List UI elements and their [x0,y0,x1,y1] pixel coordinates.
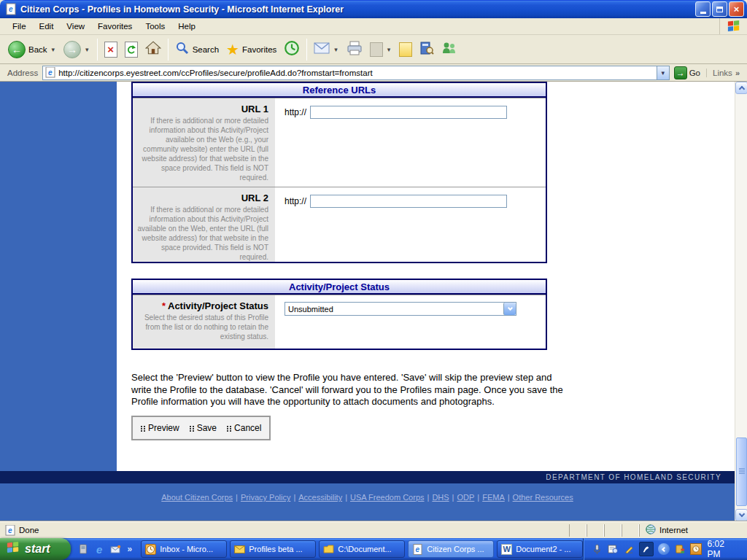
home-button[interactable] [142,38,165,61]
toolbar-separator [306,39,307,61]
history-button[interactable] [280,38,303,61]
forward-button[interactable]: → ▾ [60,38,94,61]
url1-input[interactable] [310,106,507,119]
search-icon [175,41,190,58]
status-pane [622,524,639,537]
favorites-button[interactable]: ★ Favorites [222,38,280,61]
footer-link-usafreedomcorps[interactable]: USA Freedom Corps [350,493,424,502]
address-input[interactable] [58,67,656,79]
footer-link-accessibility[interactable]: Accessibility [298,493,342,502]
footer-link-other[interactable]: Other Resources [513,493,573,502]
clock-icon[interactable] [690,543,702,555]
footer-link-about[interactable]: About Citizen Corps [161,493,233,502]
quicklaunch-device-icon[interactable] [78,544,89,555]
scroll-up-button[interactable] [735,82,747,94]
microphone-icon[interactable] [591,543,603,555]
back-dropdown-icon[interactable]: ▾ [50,46,57,53]
links-chevron-icon[interactable]: » [735,69,740,77]
chevron-down-icon[interactable] [503,303,516,315]
start-button[interactable]: start [0,538,71,560]
menu-favorites[interactable]: Favorites [91,20,139,33]
address-dropdown-icon[interactable]: ▾ [657,66,669,79]
status-select[interactable]: Unsubmitted [285,302,516,316]
window-title: Citizen Corps - Profiles in Hometown Sec… [20,4,695,15]
mail-icon [314,42,330,57]
svg-text:e: e [8,526,12,534]
url2-field-cell: http:// [275,187,546,262]
address-favicon: e [45,67,56,78]
security-zone-pane: Internet [639,524,745,537]
ie-page-icon: e [412,544,423,555]
required-marker: * [162,300,166,311]
scrollbar-thumb[interactable] [736,438,747,506]
back-button[interactable]: ← Back ▾ [4,38,60,61]
restore-button[interactable] [712,1,727,17]
footer-link-odp[interactable]: ODP [457,493,474,502]
task-button-explorer-folder[interactable]: C:\Document... [319,540,405,558]
discuss-button[interactable] [395,38,416,61]
quicklaunch-outlook-express-icon[interactable] [110,544,121,555]
address-bar: Address e ▾ → Go Links » [0,64,747,82]
url1-label-cell: URL 1 If there is additional or more det… [133,98,275,187]
task-button-inbox[interactable]: Inbox - Micro... [141,540,227,558]
vertical-scrollbar[interactable] [735,82,747,521]
menu-view[interactable]: View [60,20,91,33]
save-button[interactable]: Save [190,423,217,433]
messenger-button[interactable] [438,38,461,61]
globe-icon [646,524,656,536]
cancel-button[interactable]: Cancel [227,423,261,433]
edit-dropdown-icon[interactable]: ▾ [386,46,392,53]
quicklaunch-internet-explorer-icon[interactable]: e [94,544,105,555]
task-label: C:\Document... [338,545,391,553]
handwriting-icon[interactable] [623,543,635,555]
footer-link-fema[interactable]: FEMA [482,493,505,502]
tray-collapse-chevron-icon[interactable] [658,543,670,555]
updates-icon[interactable] [674,543,686,555]
menu-help[interactable]: Help [171,20,202,33]
footer-link-dhs[interactable]: DHS [432,493,449,502]
task-button-citizen-corps-active[interactable]: e Citizen Corps ... [408,540,494,558]
svg-text:e: e [48,69,53,77]
menu-tools[interactable]: Tools [139,20,171,33]
close-button[interactable]: × [729,1,744,17]
stop-button[interactable]: × [101,38,121,61]
print-button[interactable] [343,38,366,61]
status-section: Activity/Project Status *Activity/Projec… [131,279,547,350]
go-button[interactable]: → Go [670,66,705,79]
taskbar-clock[interactable]: 6:02 PM [706,539,740,559]
mail-button[interactable]: ▾ [310,38,343,61]
window-controls: × [695,1,744,17]
preview-button[interactable]: Preview [141,423,179,433]
task-button-word-document[interactable]: W Document2 - ... [497,540,583,558]
dots-icon [190,425,195,432]
task-button-profiles-email[interactable]: Profiles beta ... [230,540,316,558]
mail-dropdown-icon[interactable]: ▾ [333,46,339,53]
url1-field-cell: http:// [275,98,546,187]
menu-edit[interactable]: Edit [33,20,61,33]
ink-tool-icon[interactable] [639,542,654,556]
refresh-icon [125,42,138,58]
url2-input[interactable] [310,195,507,208]
minimize-icon [700,12,706,14]
status-bar: e Done Internet [0,521,747,538]
start-label: start [25,542,50,556]
status-pane [569,524,587,537]
envelope-icon [234,544,245,555]
taskbar: start e » Inbox - Micro... [0,538,747,560]
edit-button[interactable]: ▾ [366,38,396,61]
quicklaunch-overflow-chevron-icon[interactable]: » [128,544,133,554]
research-button[interactable] [416,38,438,61]
thumb-grip [739,470,745,472]
menu-file[interactable]: File [6,20,33,33]
search-label: Search [193,45,219,54]
discuss-icon [399,42,412,57]
language-bar-icon[interactable] [607,543,619,555]
footer-link-privacy[interactable]: Privacy Policy [241,493,290,502]
links-bar[interactable]: Links » [706,69,744,77]
scroll-down-button[interactable] [735,509,747,521]
minimize-button[interactable] [695,1,711,17]
zone-label: Internet [659,526,688,534]
refresh-button[interactable] [121,38,142,61]
forward-dropdown-icon[interactable]: ▾ [84,46,90,53]
search-button[interactable]: Search [171,38,222,61]
